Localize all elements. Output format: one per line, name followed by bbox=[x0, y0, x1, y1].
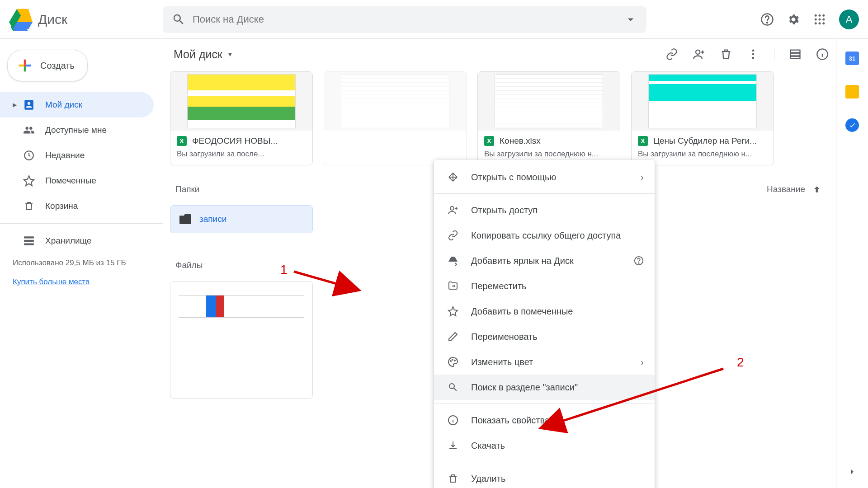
breadcrumb[interactable]: Мой диск ▼ bbox=[170, 48, 233, 61]
sidebar-item-shared[interactable]: ▶ Доступные мне bbox=[0, 117, 154, 143]
help-icon[interactable] bbox=[760, 13, 774, 26]
sheets-icon: X bbox=[177, 136, 187, 146]
drive-icon bbox=[23, 99, 35, 111]
quick-access-row: XФЕОДОСИЯ НОВЫ... Вы загрузили за после.… bbox=[170, 71, 829, 165]
chevron-down-icon: ▼ bbox=[227, 51, 233, 58]
sheets-icon: X bbox=[638, 136, 648, 146]
star-icon bbox=[447, 305, 459, 318]
sidebar: Создать ▶ Мой диск ▶ Доступные мне ▶ Нед… bbox=[0, 39, 163, 488]
right-side-panel: 31 bbox=[836, 39, 868, 488]
move-icon bbox=[447, 280, 459, 292]
keep-app-icon[interactable] bbox=[845, 85, 859, 99]
folder-icon bbox=[179, 214, 191, 224]
sidebar-item-label: Хранилище bbox=[45, 236, 92, 246]
menu-details[interactable]: Показать свойства bbox=[434, 408, 655, 433]
svg-rect-20 bbox=[24, 65, 26, 66]
menu-add-star[interactable]: Добавить в помеченные bbox=[434, 299, 655, 324]
chevron-right-icon: ▶ bbox=[13, 102, 19, 108]
svg-rect-18 bbox=[24, 66, 26, 71]
svg-point-12 bbox=[822, 18, 825, 20]
menu-share[interactable]: Открыть доступ bbox=[434, 197, 655, 223]
menu-copy-link[interactable]: Копировать ссылку общего доступа bbox=[434, 223, 655, 248]
drive-shortcut-icon bbox=[447, 254, 459, 267]
help-icon[interactable] bbox=[634, 256, 644, 266]
sidebar-item-my-drive[interactable]: ▶ Мой диск bbox=[0, 92, 154, 117]
svg-point-11 bbox=[819, 18, 821, 20]
card-thumbnail bbox=[478, 72, 620, 131]
tasks-app-icon[interactable] bbox=[845, 118, 859, 132]
sidebar-item-label: Недавние bbox=[45, 150, 85, 160]
menu-open-with[interactable]: Открыть с помощью › bbox=[434, 164, 655, 190]
apps-icon[interactable] bbox=[813, 13, 826, 26]
delete-icon[interactable] bbox=[720, 48, 732, 61]
sidebar-item-storage[interactable]: ▶ Хранилище bbox=[0, 228, 154, 253]
link-icon[interactable] bbox=[665, 48, 678, 61]
sort-control[interactable]: Название bbox=[767, 184, 821, 194]
sidebar-item-recent[interactable]: ▶ Недавние bbox=[0, 143, 154, 168]
create-button[interactable]: Создать bbox=[7, 50, 88, 81]
svg-point-10 bbox=[815, 18, 817, 20]
file-card[interactable] bbox=[324, 71, 467, 165]
info-icon[interactable] bbox=[816, 48, 829, 61]
svg-point-9 bbox=[822, 14, 825, 16]
svg-rect-31 bbox=[791, 56, 800, 59]
svg-point-28 bbox=[752, 57, 755, 59]
avatar[interactable]: А bbox=[839, 9, 859, 29]
list-view-icon[interactable] bbox=[789, 48, 802, 61]
menu-search-in[interactable]: Поиск в разделе "записи" bbox=[434, 375, 655, 400]
svg-point-6 bbox=[767, 22, 768, 23]
svg-rect-16 bbox=[24, 60, 26, 65]
file-card[interactable]: XКонев.xlsx Вы загрузили за последнюю н.… bbox=[477, 71, 620, 165]
svg-point-39 bbox=[454, 360, 455, 361]
search-icon bbox=[447, 381, 459, 394]
svg-rect-29 bbox=[791, 50, 800, 53]
app-header: Диск А bbox=[0, 0, 868, 39]
svg-rect-23 bbox=[24, 240, 34, 242]
card-subtitle: Вы загрузили за после... bbox=[170, 148, 312, 165]
menu-move[interactable]: Переместить bbox=[434, 273, 655, 299]
search-input[interactable] bbox=[193, 14, 624, 25]
storage-icon bbox=[23, 235, 35, 247]
search-box[interactable] bbox=[163, 6, 646, 33]
shared-icon bbox=[23, 124, 35, 136]
card-thumbnail bbox=[170, 282, 312, 372]
sidebar-item-trash[interactable]: ▶ Корзина bbox=[0, 193, 154, 219]
svg-point-26 bbox=[752, 50, 755, 52]
card-thumbnail bbox=[324, 72, 466, 131]
annotation-2-label: 2 bbox=[737, 355, 744, 370]
star-icon bbox=[23, 174, 35, 187]
link-icon bbox=[447, 229, 459, 242]
search-dropdown-icon[interactable] bbox=[624, 13, 637, 26]
svg-rect-24 bbox=[24, 243, 34, 245]
calendar-app-icon[interactable]: 31 bbox=[845, 52, 859, 65]
trash-icon bbox=[23, 200, 35, 212]
menu-rename[interactable]: Переименовать bbox=[434, 324, 655, 349]
buy-storage-link[interactable]: Купить больше места bbox=[13, 276, 150, 288]
logo-area[interactable]: Диск bbox=[9, 8, 163, 31]
svg-point-14 bbox=[819, 22, 821, 24]
sidebar-item-starred[interactable]: ▶ Помеченные bbox=[0, 168, 154, 193]
clock-icon bbox=[23, 149, 35, 162]
chevron-right-icon[interactable] bbox=[847, 466, 858, 477]
trash-icon bbox=[447, 472, 459, 485]
file-card[interactable]: XЦены Субдилер на Реги... Вы загрузили з… bbox=[631, 71, 774, 165]
content-area: Мой диск ▼ XФЕОДОСИЯ НОВЫ... Вы загрузил… bbox=[163, 39, 836, 488]
more-icon[interactable] bbox=[747, 48, 760, 61]
svg-point-7 bbox=[815, 14, 817, 16]
menu-add-shortcut[interactable]: Добавить ярлык на Диск bbox=[434, 248, 655, 273]
menu-delete[interactable]: Удалить bbox=[434, 466, 655, 488]
file-card[interactable]: XФЕОДОСИЯ НОВЫ... Вы загрузили за после.… bbox=[170, 71, 313, 165]
share-person-icon[interactable] bbox=[693, 48, 705, 61]
menu-change-color[interactable]: Изменить цвет › bbox=[434, 349, 655, 375]
file-card[interactable] bbox=[170, 281, 313, 399]
menu-download[interactable]: Скачать bbox=[434, 433, 655, 458]
svg-point-8 bbox=[819, 14, 821, 16]
sort-label: Название bbox=[767, 184, 805, 194]
sidebar-item-label: Мой диск bbox=[45, 100, 82, 110]
folder-item[interactable]: записи bbox=[170, 205, 313, 233]
files-heading: Файлы bbox=[170, 260, 203, 270]
settings-icon[interactable] bbox=[787, 13, 800, 26]
card-title: ФЕОДОСИЯ НОВЫ... bbox=[192, 136, 278, 146]
svg-point-15 bbox=[822, 22, 825, 24]
svg-rect-22 bbox=[24, 236, 34, 238]
